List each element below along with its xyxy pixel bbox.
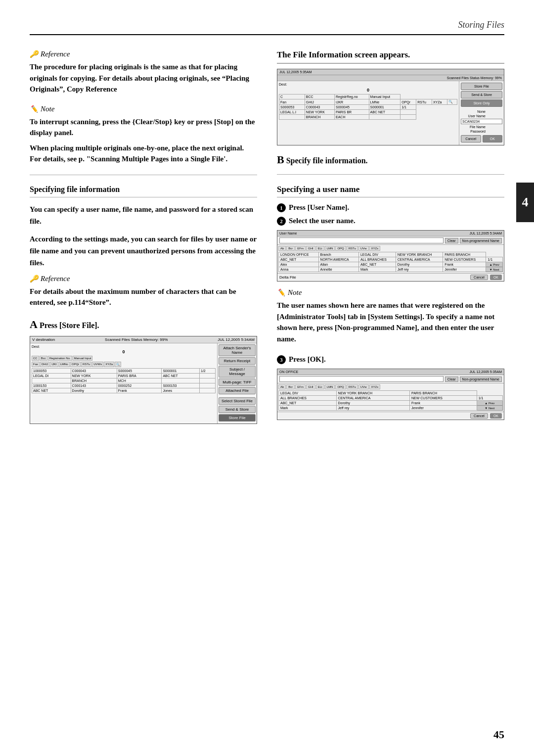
tab-ab[interactable]: Ab <box>278 246 286 251</box>
tab2-ab[interactable]: Ab <box>278 384 286 389</box>
us2-cell[interactable]: ALL BRANCHES <box>279 396 337 401</box>
us2-cell[interactable]: NEW CUSTOMERS <box>410 396 477 401</box>
key-icon-2: 🔑 <box>30 275 38 283</box>
us1-ok-btn[interactable]: OK <box>490 275 502 280</box>
us1-cell[interactable]: Allan <box>318 262 358 267</box>
us1-clear-btn[interactable]: Clear <box>445 238 458 243</box>
step-b-text: Specify file information. <box>286 156 368 165</box>
note-title-2: Note <box>288 288 302 297</box>
tab2-xyz[interactable]: XYZx <box>369 384 381 389</box>
us2-ok-btn[interactable]: OK <box>490 413 502 419</box>
us1-np-btn[interactable]: Non-programmed Name <box>460 238 502 243</box>
store-file-btn[interactable]: Store File <box>219 414 256 422</box>
file-info-cancel-btn[interactable]: Cancel <box>461 135 481 142</box>
us2-footer-btns: Cancel OK <box>470 413 502 419</box>
tab2-lmn[interactable]: LMN <box>325 384 335 389</box>
us2-toolbar: Clear Non-programmed Name <box>277 375 504 383</box>
us2-cell[interactable]: Jeff rey <box>336 406 409 411</box>
file-info-body: Dest: 0 CBCCRegistrReg.noManual Input Fa… <box>277 81 504 145</box>
file-info-ok-btn[interactable]: OK <box>483 135 503 142</box>
us1-cell[interactable]: NORTH AMERICA <box>318 257 358 262</box>
tab2-ghi[interactable]: GHI <box>306 384 315 389</box>
file-info-heading-text: The File Information screen appears. <box>277 50 410 59</box>
store-only-btn[interactable]: Store Only <box>461 99 502 107</box>
send-store-right-btn[interactable]: Send & Store <box>461 91 502 98</box>
us1-cell[interactable]: ABC_NET <box>358 262 396 267</box>
us2-cell[interactable]: Jennifer <box>410 406 477 411</box>
attached-btn[interactable]: Attached File <box>219 387 256 394</box>
us2-footer: Cancel OK <box>277 412 504 420</box>
us2-next-btn[interactable]: ▼ Next <box>477 406 502 411</box>
us1-cell[interactable]: ALL BRANCHES <box>358 257 396 262</box>
tab-elt[interactable]: ELt <box>316 246 324 251</box>
tab2-opq[interactable]: OPQ <box>335 384 346 389</box>
page-title: Storing Files <box>458 20 505 30</box>
us2-input[interactable] <box>279 376 444 382</box>
tab2-efm[interactable]: EFm <box>295 384 306 389</box>
us2-cell[interactable]: ABC_NET <box>279 401 337 406</box>
tab2-uvw[interactable]: UVw <box>358 384 369 389</box>
return-btn[interactable]: Return Receipt <box>219 357 256 365</box>
us1-cell[interactable]: Mark <box>358 267 396 272</box>
us1-cell[interactable]: Annette <box>318 267 358 272</box>
us1-cell[interactable]: Branch <box>318 252 358 257</box>
us2-cell[interactable]: NEW YORK BRANCH <box>336 391 409 396</box>
tab2-bcr[interactable]: Bcr <box>286 384 295 389</box>
store-file-right-btn[interactable]: Store File <box>461 83 502 90</box>
us1-cell[interactable]: LONDON OFFICE <box>279 252 319 257</box>
us1-cell[interactable]: LEGAL DIV <box>358 252 396 257</box>
us1-prev-btn[interactable]: ▲ Prev <box>486 262 503 267</box>
subject-btn[interactable]: Subject / Message <box>219 366 256 378</box>
us1-cell[interactable]: CENTRAL AMERICA <box>396 257 443 262</box>
us2-prev-btn[interactable]: ▲ Prev <box>477 401 502 406</box>
us1-cell[interactable]: Anna <box>279 267 319 272</box>
tab-ghi[interactable]: GHI <box>306 246 315 251</box>
us1-cell[interactable]: NEW CUSTOMERS <box>443 257 486 262</box>
us1-cell[interactable]: NEW YORK BRANCH <box>396 252 443 257</box>
note-text-1-line2: When placing multiple originals one-by-o… <box>30 142 257 165</box>
us2-cell[interactable]: CENTRAL AMERICA <box>336 396 409 401</box>
reference-title-2: Reference <box>41 275 70 283</box>
us1-cell[interactable]: Dorothy <box>396 262 443 267</box>
multipage-btn[interactable]: Multi-page: TIFF <box>219 378 256 386</box>
screen-1-sidebar: Attach Sender's Name Return Receipt Subj… <box>217 343 257 424</box>
tab-xyz[interactable]: XYZx <box>369 246 381 251</box>
us1-cell[interactable]: ABC_NET <box>279 257 319 262</box>
dest-count: 0 <box>279 88 457 93</box>
us2-clear-btn[interactable]: Clear <box>445 377 458 382</box>
us2-cell[interactable]: Mark <box>279 406 337 411</box>
user-screen-2: ON OFFICE JUL 12,2005 5:35AM Clear Non-p… <box>277 369 504 420</box>
us2-title: ON OFFICE <box>279 370 298 374</box>
us2-cell[interactable]: Dorothy <box>336 401 409 406</box>
us2-cell[interactable]: Frank <box>410 401 477 406</box>
send-store-btn[interactable]: Send & Store <box>219 406 256 413</box>
us2-cancel-btn[interactable]: Cancel <box>470 413 488 419</box>
us1-cell[interactable]: Jennifer <box>443 267 486 272</box>
us1-delta[interactable]: Delta File <box>279 275 296 280</box>
us1-cell[interactable]: Frank <box>443 262 486 267</box>
us1-cell[interactable]: Jeff rey <box>396 267 443 272</box>
tab2-rstu[interactable]: RSTu <box>347 384 358 389</box>
us1-table: LONDON OFFICE Branch LEGAL DIV NEW YORK … <box>278 252 503 272</box>
us2-cell[interactable]: PARIS BRANCH <box>410 391 477 396</box>
tab-bcr[interactable]: Bcr <box>286 246 295 251</box>
us2-np-btn[interactable]: Non-programmed Name <box>460 377 502 382</box>
us2-cell[interactable]: LEGAL DIV <box>279 391 337 396</box>
tab-lmn[interactable]: LMN <box>325 246 335 251</box>
page-number: 45 <box>493 728 504 741</box>
us2-time: JUL 12,2005 5:35AM <box>469 370 502 374</box>
us1-next-btn[interactable]: ▼ Next <box>486 267 503 272</box>
tab-opq[interactable]: OPQ <box>335 246 346 251</box>
right-column: The File Information screen appears. JUL… <box>277 50 504 431</box>
tab2-elt[interactable]: ELt <box>316 384 324 389</box>
sub-step-3: 3 Press [OK]. <box>277 354 504 365</box>
tab-uvw[interactable]: UVw <box>358 246 369 251</box>
us1-cell[interactable]: Alex <box>279 262 319 267</box>
us1-cell[interactable]: PARIS BRANCH <box>443 252 486 257</box>
us1-input[interactable] <box>279 237 444 243</box>
attach-btn[interactable]: Attach Sender's Name <box>219 344 256 356</box>
tab-rstu[interactable]: RSTu <box>347 246 358 251</box>
tab-efm[interactable]: EFm <box>295 246 306 251</box>
select-stored-btn[interactable]: Select Stored File <box>219 397 256 405</box>
us1-cancel-btn[interactable]: Cancel <box>470 275 488 280</box>
